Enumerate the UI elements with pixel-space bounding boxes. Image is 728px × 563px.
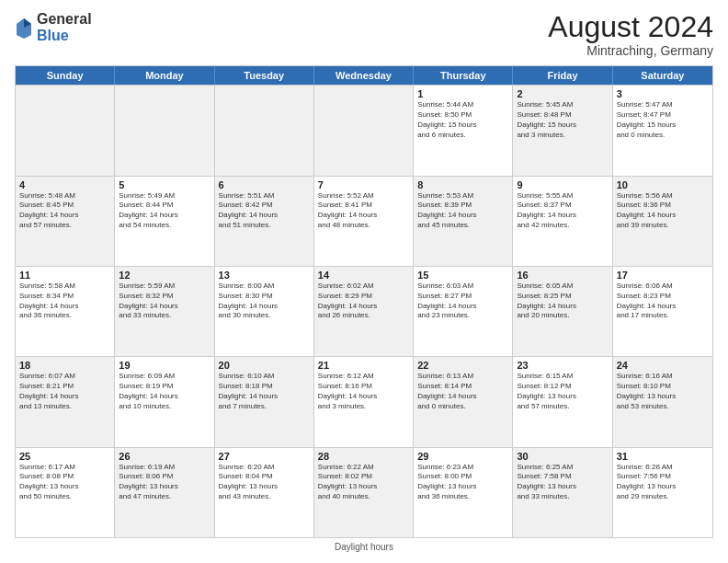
calendar-day-6: 6Sunrise: 5:51 AM Sunset: 8:42 PM Daylig… [215,177,314,266]
header: General Blue August 2024 Mintraching, Ge… [15,11,713,58]
calendar-day-19: 19Sunrise: 6:09 AM Sunset: 8:19 PM Dayli… [115,357,214,446]
day-number: 9 [517,179,608,190]
calendar-day-11: 11Sunrise: 5:58 AM Sunset: 8:34 PM Dayli… [16,267,115,356]
day-detail: Sunrise: 6:03 AM Sunset: 8:27 PM Dayligh… [417,282,508,321]
calendar-day-1: 1Sunrise: 5:44 AM Sunset: 8:50 PM Daylig… [414,86,513,175]
day-number: 30 [517,451,608,462]
day-detail: Sunrise: 6:07 AM Sunset: 8:21 PM Dayligh… [19,372,110,411]
day-detail: Sunrise: 6:20 AM Sunset: 8:04 PM Dayligh… [219,463,310,502]
day-detail: Sunrise: 5:58 AM Sunset: 8:34 PM Dayligh… [19,282,110,321]
day-number: 11 [19,270,110,281]
day-number: 13 [219,270,310,281]
calendar-empty [115,86,214,175]
day-number: 15 [417,270,508,281]
calendar-empty [16,86,115,175]
day-detail: Sunrise: 6:22 AM Sunset: 8:02 PM Dayligh… [318,463,409,502]
day-number: 6 [219,179,310,190]
calendar-day-14: 14Sunrise: 6:02 AM Sunset: 8:29 PM Dayli… [314,267,414,356]
calendar-day-3: 3Sunrise: 5:47 AM Sunset: 8:47 PM Daylig… [613,86,712,175]
day-number: 27 [219,451,310,462]
day-header-friday: Friday [513,66,612,85]
day-detail: Sunrise: 6:13 AM Sunset: 8:14 PM Dayligh… [417,372,508,411]
day-number: 16 [517,270,608,281]
day-detail: Sunrise: 6:25 AM Sunset: 7:58 PM Dayligh… [517,463,608,502]
calendar-day-25: 25Sunrise: 6:17 AM Sunset: 8:08 PM Dayli… [16,448,115,537]
day-detail: Sunrise: 5:56 AM Sunset: 8:36 PM Dayligh… [617,191,709,231]
day-header-sunday: Sunday [16,66,115,85]
logo-icon [15,17,33,39]
calendar-day-23: 23Sunrise: 6:15 AM Sunset: 8:12 PM Dayli… [513,357,612,446]
calendar-day-17: 17Sunrise: 6:06 AM Sunset: 8:23 PM Dayli… [613,267,712,356]
day-detail: Sunrise: 6:05 AM Sunset: 8:25 PM Dayligh… [517,282,608,321]
day-number: 21 [318,360,409,371]
logo-general: General [37,11,92,27]
day-detail: Sunrise: 6:10 AM Sunset: 8:18 PM Dayligh… [219,372,310,411]
calendar-day-7: 7Sunrise: 5:52 AM Sunset: 8:41 PM Daylig… [314,177,414,266]
day-number: 25 [19,451,110,462]
day-detail: Sunrise: 6:00 AM Sunset: 8:30 PM Dayligh… [219,282,310,321]
calendar-empty [215,86,314,175]
logo-text: General Blue [37,11,92,43]
day-number: 28 [318,451,409,462]
day-detail: Sunrise: 6:23 AM Sunset: 8:00 PM Dayligh… [417,463,508,502]
day-number: 23 [517,360,608,371]
day-header-wednesday: Wednesday [314,66,414,85]
day-detail: Sunrise: 6:12 AM Sunset: 8:16 PM Dayligh… [318,372,409,411]
calendar-body: 1Sunrise: 5:44 AM Sunset: 8:50 PM Daylig… [16,85,712,537]
day-number: 31 [617,451,709,462]
day-detail: Sunrise: 6:15 AM Sunset: 8:12 PM Dayligh… [517,372,608,411]
calendar-day-27: 27Sunrise: 6:20 AM Sunset: 8:04 PM Dayli… [215,448,314,537]
calendar-day-4: 4Sunrise: 5:48 AM Sunset: 8:45 PM Daylig… [16,177,115,266]
day-number: 1 [417,88,508,99]
day-detail: Sunrise: 5:52 AM Sunset: 8:41 PM Dayligh… [318,191,409,231]
calendar-week-3: 11Sunrise: 5:58 AM Sunset: 8:34 PM Dayli… [16,266,712,356]
day-detail: Sunrise: 5:48 AM Sunset: 8:45 PM Dayligh… [19,191,110,231]
day-number: 5 [119,179,210,190]
day-number: 18 [19,360,110,371]
day-detail: Sunrise: 6:02 AM Sunset: 8:29 PM Dayligh… [318,282,409,321]
day-number: 8 [417,179,508,190]
day-header-monday: Monday [115,66,214,85]
footer-note: Daylight hours [15,542,713,552]
calendar-empty [314,86,414,175]
day-number: 17 [617,270,709,281]
calendar-week-4: 18Sunrise: 6:07 AM Sunset: 8:21 PM Dayli… [16,356,712,446]
day-detail: Sunrise: 5:44 AM Sunset: 8:50 PM Dayligh… [417,100,508,140]
day-detail: Sunrise: 6:06 AM Sunset: 8:23 PM Dayligh… [617,282,709,321]
calendar-day-22: 22Sunrise: 6:13 AM Sunset: 8:14 PM Dayli… [414,357,513,446]
calendar-week-1: 1Sunrise: 5:44 AM Sunset: 8:50 PM Daylig… [16,85,712,175]
calendar-day-15: 15Sunrise: 6:03 AM Sunset: 8:27 PM Dayli… [414,267,513,356]
day-number: 7 [318,179,409,190]
calendar-day-8: 8Sunrise: 5:53 AM Sunset: 8:39 PM Daylig… [414,177,513,266]
calendar-day-31: 31Sunrise: 6:26 AM Sunset: 7:56 PM Dayli… [613,448,712,537]
day-detail: Sunrise: 6:17 AM Sunset: 8:08 PM Dayligh… [19,463,110,502]
calendar-week-2: 4Sunrise: 5:48 AM Sunset: 8:45 PM Daylig… [16,176,712,266]
day-number: 12 [119,270,210,281]
day-number: 4 [19,179,110,190]
calendar-header: SundayMondayTuesdayWednesdayThursdayFrid… [16,66,712,85]
calendar-page: General Blue August 2024 Mintraching, Ge… [0,0,728,563]
calendar-week-5: 25Sunrise: 6:17 AM Sunset: 8:08 PM Dayli… [16,447,712,537]
calendar-day-30: 30Sunrise: 6:25 AM Sunset: 7:58 PM Dayli… [513,448,612,537]
day-number: 10 [617,179,709,190]
calendar-day-9: 9Sunrise: 5:55 AM Sunset: 8:37 PM Daylig… [513,177,612,266]
day-number: 3 [617,88,709,99]
logo: General Blue [15,11,92,43]
day-number: 22 [417,360,508,371]
calendar-day-13: 13Sunrise: 6:00 AM Sunset: 8:30 PM Dayli… [215,267,314,356]
day-number: 20 [219,360,310,371]
title-block: August 2024 Mintraching, Germany [548,11,713,58]
day-number: 14 [318,270,409,281]
calendar-day-12: 12Sunrise: 5:59 AM Sunset: 8:32 PM Dayli… [115,267,214,356]
day-header-thursday: Thursday [414,66,513,85]
day-detail: Sunrise: 6:09 AM Sunset: 8:19 PM Dayligh… [119,372,210,411]
month-year: August 2024 [548,11,713,43]
day-detail: Sunrise: 6:19 AM Sunset: 8:06 PM Dayligh… [119,463,210,502]
calendar-day-5: 5Sunrise: 5:49 AM Sunset: 8:44 PM Daylig… [115,177,214,266]
day-number: 24 [617,360,709,371]
logo-blue: Blue [37,28,69,43]
calendar-day-16: 16Sunrise: 6:05 AM Sunset: 8:25 PM Dayli… [513,267,612,356]
calendar-day-18: 18Sunrise: 6:07 AM Sunset: 8:21 PM Dayli… [16,357,115,446]
calendar-day-28: 28Sunrise: 6:22 AM Sunset: 8:02 PM Dayli… [314,448,414,537]
day-detail: Sunrise: 5:51 AM Sunset: 8:42 PM Dayligh… [219,191,310,231]
